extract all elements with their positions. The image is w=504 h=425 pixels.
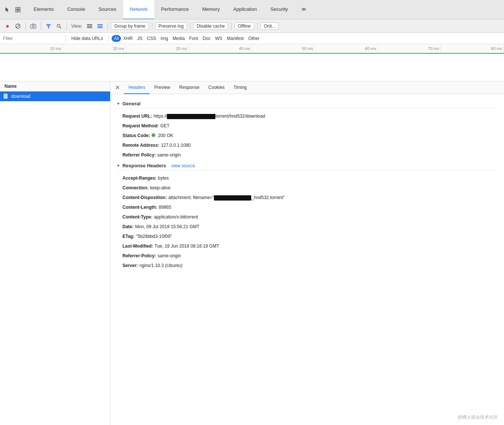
referrer-policy-value: same-origin (157, 152, 181, 158)
content-disposition-key: Content-Disposition: (122, 194, 167, 201)
toolbar-divider-5 (152, 22, 152, 30)
detail-tab-preview[interactable]: Preview (150, 81, 175, 94)
response-headers-section-header: ▼ Response Headers view source (116, 160, 498, 170)
detail-tab-timing[interactable]: Timing (229, 81, 251, 94)
request-method-key: Request Method: (122, 122, 159, 129)
content-type-row: Content-Type: application/x-bittorrent (116, 212, 498, 222)
filter-type-other[interactable]: Other (246, 35, 262, 42)
etag-key: ETag: (122, 233, 134, 240)
camera-button[interactable] (29, 22, 38, 31)
right-panel: ✕ Headers Preview Response Cookies Timin… (111, 81, 504, 425)
svg-point-7 (32, 25, 34, 27)
referrer-policy-response-key: Referrer-Policy: (122, 252, 156, 259)
etag-row: ETag: "5b28bbd3-15f09" (116, 232, 498, 241)
filter-type-img[interactable]: Img (158, 35, 170, 42)
etag-value: "5b28bbd3-15f09" (136, 233, 172, 240)
cursor-icon[interactable] (3, 5, 12, 14)
timeline-ruler: 10 ms 20 ms 30 ms 40 ms 50 ms 60 ms 70 m… (0, 44, 504, 53)
filter-type-css[interactable]: CSS (144, 35, 158, 42)
search-button[interactable] (55, 22, 63, 31)
svg-marker-8 (46, 24, 51, 28)
request-url-row: Request URL: https://torrent/hnd532/down… (116, 111, 498, 121)
filter-type-doc[interactable]: Doc (200, 35, 213, 42)
offline-button[interactable]: Offline (234, 22, 254, 30)
inspect-icon[interactable] (13, 5, 22, 14)
status-code-row: Status Code: 200 OK (116, 131, 498, 140)
remote-address-key: Remote Address: (122, 142, 159, 149)
disable-cache-button[interactable]: Disable cache (193, 22, 228, 30)
filter-type-xhr[interactable]: XHR (121, 35, 135, 42)
clear-button[interactable] (13, 22, 22, 31)
filter-input[interactable] (3, 36, 63, 41)
content-length-key: Content-Length: (122, 204, 157, 211)
main-area: Name download ✕ Headers Prev (0, 81, 504, 425)
online-button[interactable]: Onli... (261, 22, 279, 30)
network-toolbar: ● View: Group by frame Preserve log Disa… (0, 19, 504, 33)
date-key: Date: (122, 223, 134, 230)
network-item-download[interactable]: download (0, 91, 110, 101)
tab-bar: Elements Console Sources Network Perform… (0, 0, 504, 19)
filter-type-divider (108, 35, 109, 42)
server-value: nginx/1.10.3 (Ubuntu) (139, 262, 182, 269)
remote-address-value: 127.0.0.1:1080 (161, 142, 191, 149)
tick-40ms: 40 ms (189, 44, 252, 53)
referrer-policy-response-value: same-origin (158, 252, 181, 259)
timeline: 10 ms 20 ms 30 ms 40 ms 50 ms 60 ms 70 m… (0, 44, 504, 81)
detail-tab-cookies[interactable]: Cookies (204, 81, 229, 94)
view-source-link[interactable]: view source (171, 163, 195, 168)
tab-more[interactable]: ≫ (295, 0, 313, 19)
tab-sources[interactable]: Sources (92, 0, 123, 19)
accept-ranges-row: Accept-Ranges: bytes (116, 173, 498, 183)
request-url-key: Request URL: (122, 113, 152, 120)
tab-memory[interactable]: Memory (196, 0, 227, 19)
detail-tab-headers[interactable]: Headers (124, 81, 150, 94)
toolbar-divider-4 (108, 22, 108, 30)
tick-20ms: 20 ms (63, 44, 126, 53)
view-list-button[interactable] (85, 22, 94, 31)
preserve-log-button[interactable]: Preserve log (155, 22, 187, 30)
tab-application[interactable]: Application (227, 0, 264, 19)
filter-type-media[interactable]: Media (170, 35, 187, 42)
tick-30ms: 30 ms (126, 44, 189, 53)
tab-performance[interactable]: Performance (154, 0, 195, 19)
status-dot (152, 133, 155, 137)
svg-rect-2 (16, 10, 18, 12)
server-row: Server: nginx/1.10.3 (Ubuntu) (116, 261, 498, 270)
content-length-value: 89865 (159, 204, 171, 211)
filter-type-js[interactable]: JS (135, 35, 144, 42)
general-section-header: ▼ General (116, 98, 498, 108)
timeline-green-bar (0, 53, 504, 54)
filter-type-manifest[interactable]: Manifest (225, 35, 246, 42)
accept-ranges-key: Accept-Ranges: (122, 175, 156, 182)
toolbar-divider-8 (257, 22, 258, 30)
filter-button[interactable] (44, 22, 53, 31)
tab-network[interactable]: Network (123, 0, 155, 19)
filter-type-all[interactable]: All (112, 35, 121, 42)
tab-console[interactable]: Console (60, 0, 92, 19)
view-waterfall-button[interactable] (96, 22, 105, 31)
group-by-frame-button[interactable]: Group by frame (111, 22, 149, 30)
svg-point-9 (57, 24, 60, 27)
filter-type-font[interactable]: Font (187, 35, 200, 42)
tab-security[interactable]: Security (264, 0, 295, 19)
hide-data-urls-label[interactable]: Hide data URLs (69, 36, 105, 41)
response-headers-triangle: ▼ (116, 164, 120, 168)
last-modified-row: Last-Modified: Tue, 19 Jun 2018 08:16:19… (116, 241, 498, 251)
tick-80ms: 80 ms (441, 44, 504, 53)
tab-elements[interactable]: Elements (27, 0, 60, 19)
detail-close-button[interactable]: ✕ (113, 84, 121, 91)
svg-rect-13 (87, 27, 92, 28)
content-disposition-row: Content-Disposition: attachment; filenam… (116, 193, 498, 202)
timeline-content (0, 53, 504, 81)
request-url-value: https://torrent/hnd532/download (153, 113, 265, 120)
content-type-key: Content-Type: (122, 214, 152, 220)
status-code-key: Status Code: (122, 132, 150, 139)
connection-value: keep-alive (150, 184, 171, 191)
filter-type-ws[interactable]: WS (213, 35, 224, 42)
toolbar-divider-3 (66, 22, 67, 30)
detail-tab-response[interactable]: Response (175, 81, 204, 94)
detail-content: ▼ General Request URL: https://torrent/h… (111, 94, 504, 425)
svg-rect-16 (97, 27, 103, 28)
referrer-policy-row: Referrer Policy: same-origin (116, 150, 498, 160)
record-button[interactable]: ● (3, 22, 12, 31)
